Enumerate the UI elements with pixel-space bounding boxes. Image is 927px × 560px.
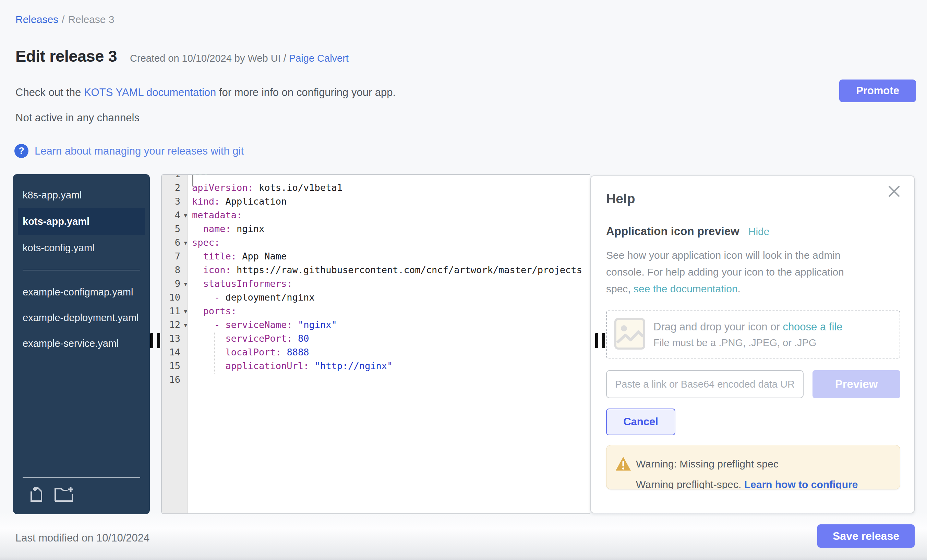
fold-arrow-icon[interactable]: ▾ [184,304,187,318]
section-title: Application icon preview [606,225,740,238]
help-title: Help [606,191,635,206]
line-number: 1 [162,174,180,181]
edit-release-page: Releases/Release 3 Edit release 3 Create… [0,0,927,560]
author-link[interactable]: Paige Calvert [289,53,349,64]
code-line: 4▾metadata: [162,208,590,222]
editor-help-resize-handle[interactable] [602,333,605,348]
file-item[interactable]: example-deployment.yaml [13,305,150,331]
file-item[interactable]: kots-app.yaml [18,208,145,235]
created-info: Created on 10/10/2024 by Web UI / Paige … [130,53,349,64]
breadcrumb-separator: / [62,14,64,25]
code-line: 12▾ - serviceName: "nginx" [162,318,590,332]
learn-configure-link[interactable]: Learn how to configure [744,479,858,489]
icon-preview-section-header: Application icon previewHide [606,225,769,238]
line-number: 5 [162,222,180,236]
code-line: 10 - deployment/nginx [162,291,590,304]
line-number: 4 [162,208,180,222]
code-line: 5 name: nginx [162,222,590,236]
git-help-row[interactable]: ? Learn about managing your releases wit… [14,144,244,158]
line-number: 6 [162,236,180,249]
cancel-button[interactable]: Cancel [606,408,675,435]
help-panel: Help Application icon previewHide See ho… [590,176,915,513]
kots-docs-link[interactable]: KOTS YAML documentation [84,87,216,99]
help-desc-period: . [738,283,740,294]
editor-cursor [192,175,193,187]
sidebar-editor-resize-handle[interactable] [150,333,153,348]
channel-status: Not active in any channels [15,112,140,124]
sidebar-bottom [13,477,150,514]
code-line: 8 icon: https://raw.githubusercontent.co… [162,263,590,277]
preview-button[interactable]: Preview [813,370,900,398]
line-number: 9 [162,277,180,291]
new-folder-icon[interactable] [54,486,74,504]
code-line: 2apiVersion: kots.io/v1beta1 [162,181,590,195]
save-release-button[interactable]: Save release [817,524,915,548]
fold-arrow-icon[interactable]: ▾ [184,277,187,291]
title-row: Edit release 3 Created on 10/10/2024 by … [15,47,349,65]
warning-title: Warning: Missing preflight spec [636,458,778,470]
line-number: 3 [162,195,180,208]
code-line: 13 servicePort: 80 [162,332,590,346]
dropzone-text: Drag and drop your icon or choose a file… [653,321,842,349]
code-line: 15 applicationUrl: "http://nginx" [162,359,590,373]
file-item[interactable]: k8s-app.yaml [13,182,150,208]
question-icon: ? [14,144,29,158]
code-line: 14 localPort: 8888 [162,346,590,359]
code-line: 1--- [162,174,590,181]
line-number: 7 [162,249,180,263]
last-modified: Last modified on 10/10/2024 [15,532,149,544]
icon-dropzone[interactable]: Drag and drop your icon or choose a file… [606,311,900,358]
warning-icon [615,456,631,473]
line-number: 11 [162,304,180,318]
file-item[interactable]: example-service.yaml [13,331,150,357]
see-documentation-link[interactable]: see the documentation [634,283,738,294]
file-item[interactable]: kots-config.yaml [13,235,150,261]
breadcrumb: Releases/Release 3 [15,14,114,25]
paste-row: Preview [606,370,900,398]
help-description: See how your application icon will look … [606,247,870,297]
promote-button[interactable]: Promote [839,79,916,102]
docs-prefix: Check out the [15,87,84,99]
warning-detail-prefix: Warning preflight-spec. [636,479,744,489]
yaml-code-editor[interactable]: 1---2apiVersion: kots.io/v1beta13kind: A… [161,174,590,514]
icon-url-input[interactable] [606,370,804,398]
line-number: 10 [162,291,180,304]
line-number: 13 [162,332,180,346]
page-title: Edit release 3 [15,47,117,65]
code-line: 9▾ statusInformers: [162,277,590,291]
file-list: k8s-app.yamlkots-app.yamlkots-config.yam… [13,174,150,357]
sidebar-editor-resize-handle[interactable] [157,333,160,348]
file-group-divider [23,270,140,270]
fold-arrow-icon[interactable]: ▾ [184,318,187,332]
line-number: 14 [162,346,180,359]
code-line: 6▾spec: [162,236,590,249]
close-icon[interactable] [888,185,900,197]
dropzone-prefix: Drag and drop your icon or [653,321,783,333]
new-file-icon[interactable] [29,486,44,504]
code-line: 11▾ ports: [162,304,590,318]
choose-file-link[interactable]: choose a file [783,321,842,333]
file-item[interactable]: example-configmap.yaml [13,279,150,305]
dropzone-filetypes: File must be a .PNG, .JPEG, or .JPG [653,337,842,349]
hide-link[interactable]: Hide [748,226,770,237]
line-number: 2 [162,181,180,195]
line-number: 12 [162,318,180,332]
code-lines: 1---2apiVersion: kots.io/v1beta13kind: A… [162,174,590,387]
code-line: 3kind: Application [162,195,590,208]
editor-help-resize-handle[interactable] [595,333,598,348]
fold-arrow-icon[interactable]: ▾ [184,208,187,222]
line-number: 8 [162,263,180,277]
image-placeholder-icon [614,318,645,351]
sidebar-bottom-divider [23,477,140,478]
line-number: 16 [162,373,180,387]
docs-suffix: for more info on configuring your app. [216,87,396,99]
file-tree-sidebar: k8s-app.yamlkots-app.yamlkots-config.yam… [13,174,150,514]
created-prefix: Created on 10/10/2024 by Web UI / [130,53,289,64]
fold-arrow-icon[interactable]: ▾ [184,236,187,249]
docs-line: Check out the KOTS YAML documentation fo… [15,87,396,99]
breadcrumb-releases-link[interactable]: Releases [15,14,58,25]
git-releases-link[interactable]: Learn about managing your releases with … [35,145,244,157]
code-line: 7 title: App Name [162,249,590,263]
line-number: 15 [162,359,180,373]
code-line: 16 [162,373,590,387]
